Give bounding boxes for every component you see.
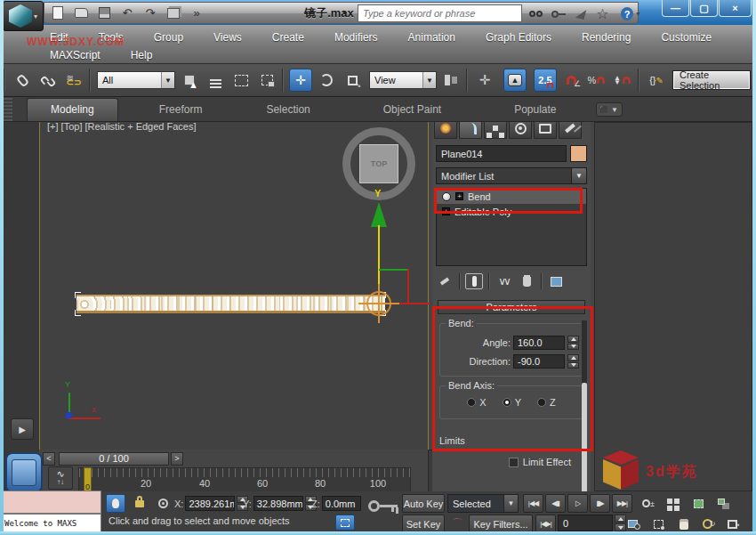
- menu-graph-editors[interactable]: Graph Editors: [482, 29, 555, 45]
- select-and-rotate-icon[interactable]: [315, 69, 338, 92]
- object-name-field[interactable]: Plane014: [436, 145, 567, 162]
- project-folder-icon[interactable]: [164, 4, 183, 21]
- window-crossing-toggle-icon[interactable]: [255, 69, 278, 92]
- gizmo-plane-handle-green[interactable]: [379, 269, 409, 271]
- communication-center-icon[interactable]: [570, 4, 591, 23]
- previous-frame-slider-icon[interactable]: <: [43, 452, 55, 466]
- modifier-enable-bulb-icon[interactable]: [442, 192, 451, 201]
- axis-y-option[interactable]: Y: [503, 397, 521, 408]
- viewport-layout-tab[interactable]: [5, 452, 43, 493]
- stack-row-editable-poly[interactable]: + Editable Poly: [437, 204, 586, 219]
- absolute-mode-transform-icon[interactable]: [153, 494, 173, 513]
- auto-key-button[interactable]: Auto Key: [402, 494, 445, 513]
- parameters-rollout-header[interactable]: - Parameters: [438, 300, 585, 314]
- redo-icon[interactable]: ↷: [141, 4, 160, 21]
- orbit-view-icon[interactable]: ↻: [697, 515, 720, 533]
- menu-animation[interactable]: Animation: [405, 29, 459, 45]
- time-slider-handle[interactable]: 0: [84, 467, 92, 492]
- dropdown-arrow-icon[interactable]: ▼: [503, 495, 518, 512]
- isolate-selection-toggle-icon[interactable]: [106, 494, 125, 513]
- ribbon-tab-object-paint[interactable]: Object Paint: [360, 99, 464, 121]
- zoom-extents-all-icon[interactable]: [712, 494, 735, 513]
- save-file-icon[interactable]: [94, 4, 114, 21]
- rectangular-selection-region-icon[interactable]: [229, 69, 253, 92]
- field-of-view-region-icon[interactable]: [647, 515, 671, 533]
- menu-modifiers[interactable]: Modifiers: [331, 29, 382, 45]
- select-and-move-icon[interactable]: ✛: [289, 69, 312, 92]
- maximize-viewport-toggle-icon[interactable]: ↘: [722, 515, 745, 533]
- minimize-button[interactable]: —: [662, 0, 689, 17]
- application-menu-button[interactable]: ▾: [3, 1, 44, 31]
- infocenter-search-input[interactable]: [358, 4, 522, 22]
- subscription-key-icon[interactable]: [548, 4, 568, 23]
- reference-coordinate-system-dropdown[interactable]: View ▼: [369, 71, 437, 89]
- select-object-icon[interactable]: ▲: [178, 69, 201, 92]
- modifier-list-dropdown[interactable]: Modifier List ▼: [436, 167, 587, 184]
- menu-rendering[interactable]: Rendering: [578, 29, 634, 45]
- new-scene-icon[interactable]: [48, 4, 68, 21]
- x-value-field[interactable]: 2389.261m: [185, 496, 235, 511]
- select-by-name-icon[interactable]: [204, 69, 227, 92]
- maximize-button[interactable]: ▢: [690, 0, 718, 17]
- gizmo-center-circle[interactable]: [366, 291, 391, 316]
- ribbon-tab-freeform[interactable]: Freeform: [136, 99, 226, 121]
- keyboard-shortcut-override-icon[interactable]: ▲: [503, 69, 527, 92]
- time-slider[interactable]: 0 / 100: [59, 452, 169, 466]
- y-value-field[interactable]: 32.898mm: [253, 496, 303, 511]
- animation-set-dropdown[interactable]: Selected ▼: [447, 494, 519, 513]
- use-pivot-point-center-icon[interactable]: [439, 69, 462, 92]
- unlink-selection-icon[interactable]: [36, 69, 60, 92]
- object-color-swatch[interactable]: [570, 145, 587, 162]
- track-bar[interactable]: 0 20 40 60 80 100: [78, 467, 411, 492]
- title-flyout-arrow[interactable]: ▸: [343, 7, 348, 16]
- menu-customize[interactable]: Customize: [657, 29, 715, 45]
- open-file-icon[interactable]: [71, 4, 91, 21]
- maxscript-mini-listener[interactable]: Welcome to MAXS: [2, 514, 101, 532]
- select-and-manipulate-icon[interactable]: ✛: [473, 69, 496, 92]
- remove-modifier-icon[interactable]: [518, 273, 535, 289]
- menu-help[interactable]: Help: [127, 47, 157, 63]
- dropdown-arrow-icon[interactable]: ▼: [161, 72, 174, 88]
- crossing-selection-icon[interactable]: [335, 515, 355, 531]
- dropdown-arrow-icon[interactable]: ▼: [571, 168, 586, 183]
- expand-icon[interactable]: +: [455, 192, 463, 200]
- selection-filter-dropdown[interactable]: All ▼: [97, 71, 175, 89]
- ribbon-minimize-icon[interactable]: ⬛▼: [596, 102, 623, 117]
- play-animation-icon[interactable]: ▷: [567, 494, 588, 513]
- ribbon-tab-modeling[interactable]: Modeling: [27, 98, 118, 121]
- toolbar-handle[interactable]: [4, 69, 4, 92]
- previous-frame-icon[interactable]: ◀▮: [545, 494, 566, 513]
- default-in-out-tangents-icon[interactable]: ⌒: [447, 515, 467, 533]
- menu-group[interactable]: Group: [150, 29, 187, 45]
- set-key-button[interactable]: Set Key: [402, 515, 445, 533]
- direction-field[interactable]: -90.0: [513, 354, 565, 369]
- gizmo-y-arrow[interactable]: [371, 202, 387, 227]
- snaps-toggle-2.5-icon[interactable]: 2.5: [534, 69, 557, 92]
- menu-maxscript[interactable]: MAXScript: [46, 47, 104, 63]
- ribbon-tab-selection[interactable]: Selection: [243, 99, 333, 121]
- pin-stack-icon[interactable]: [436, 273, 454, 289]
- limit-effect-checkbox[interactable]: [509, 458, 519, 467]
- current-frame-field[interactable]: 0: [558, 515, 613, 531]
- next-frame-slider-icon[interactable]: >: [171, 452, 183, 466]
- bind-to-space-warp-icon[interactable]: ≋⊂⊃: [62, 69, 85, 92]
- close-button[interactable]: ×: [719, 0, 752, 17]
- key-filters-button[interactable]: Key Filters...: [469, 515, 533, 533]
- radio-x[interactable]: [467, 398, 476, 407]
- angle-field[interactable]: 160.0: [513, 336, 565, 350]
- axis-x-option[interactable]: X: [467, 397, 486, 408]
- maxscript-mini-listener-macro[interactable]: [2, 490, 101, 514]
- time-configuration-icon[interactable]: [623, 515, 646, 533]
- edit-named-selection-sets-icon[interactable]: {} ✎: [645, 69, 668, 92]
- viewport-layout-flyout-icon[interactable]: ▶: [11, 418, 34, 440]
- configure-modifier-sets-icon[interactable]: [547, 273, 565, 289]
- key-mode-toggle-icon[interactable]: |◀▶|: [535, 515, 556, 533]
- favorites-star-icon[interactable]: ☆: [592, 4, 613, 23]
- dropdown-arrow-icon[interactable]: ▼: [422, 72, 436, 88]
- viewport-label[interactable]: [+] [Top] [Realistic + Edged Faces]: [47, 121, 197, 132]
- zoom-all-icon[interactable]: [662, 494, 685, 513]
- undo-icon[interactable]: ↶: [117, 4, 137, 21]
- gizmo-plane-handle-red[interactable]: [407, 269, 409, 304]
- mini-curve-editor-icon[interactable]: ∿↑↓: [48, 466, 73, 490]
- go-to-end-icon[interactable]: ▶▶|: [612, 494, 632, 513]
